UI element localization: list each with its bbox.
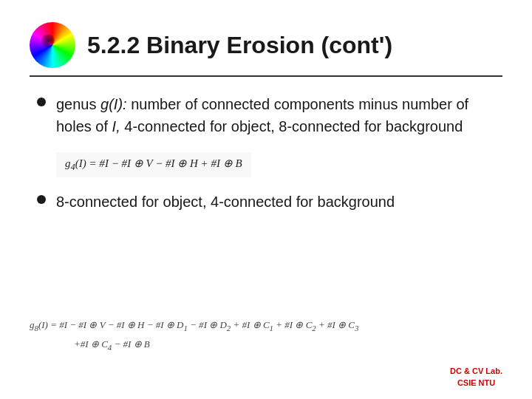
page-title: 5.2.2 Binary Erosion (cont'): [87, 32, 392, 59]
bottom-formulas: g8(I) = #I − #I ⊕ V − #I ⊕ H − #I ⊕ D1 −…: [30, 316, 502, 355]
footer-line2: CSIE NTU: [450, 378, 502, 389]
slide: 5.2.2 Binary Erosion (cont') genus g(I):…: [0, 0, 532, 399]
bullet-item-2: 8-connected for object, 4-connected for …: [37, 191, 495, 213]
bullet-item-1: genus g(I): number of connected componen…: [37, 93, 495, 137]
divider: [30, 75, 502, 77]
formula-block-1: g4(I) = #I − #I ⊕ V − #I ⊕ H + #I ⊕ B: [56, 152, 495, 177]
footer: DC & CV Lab. CSIE NTU: [450, 366, 502, 389]
bullet-text-2: 8-connected for object, 4-connected for …: [56, 191, 395, 213]
color-wheel-icon: [30, 22, 75, 68]
bullet-dot-1: [37, 98, 46, 106]
formula-2-line2: +#I ⊕ C4 − #I ⊕ B: [74, 335, 502, 355]
header: 5.2.2 Binary Erosion (cont'): [30, 22, 502, 68]
footer-line1: DC & CV Lab.: [450, 366, 502, 377]
content-area: genus g(I): number of connected componen…: [30, 93, 502, 213]
formula-1: g4(I) = #I − #I ⊕ V − #I ⊕ H + #I ⊕ B: [56, 152, 251, 177]
bullet-dot-2: [37, 195, 46, 204]
bullet-text-1: genus g(I): number of connected componen…: [56, 93, 495, 137]
formula-2-line1: g8(I) = #I − #I ⊕ V − #I ⊕ H − #I ⊕ D1 −…: [30, 316, 502, 335]
